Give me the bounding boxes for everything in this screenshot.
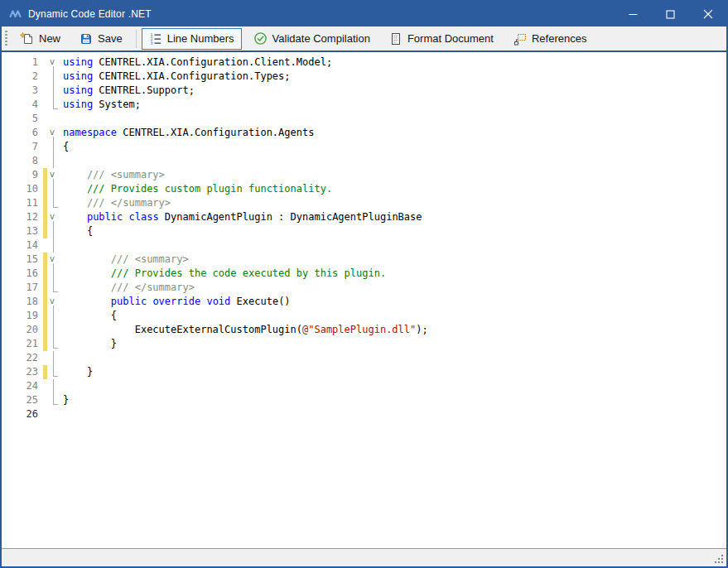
resize-grip-icon[interactable] xyxy=(714,554,724,564)
fold-collapse-chevron-icon[interactable]: v xyxy=(50,211,55,223)
line-number: 1 xyxy=(2,55,41,70)
maximize-button[interactable] xyxy=(652,2,689,26)
fold-margin[interactable] xyxy=(47,281,60,295)
fold-margin[interactable] xyxy=(47,196,60,210)
fold-margin[interactable] xyxy=(47,351,60,365)
line-numbers-label: Line Numbers xyxy=(167,32,234,45)
line-number: 20 xyxy=(2,323,41,337)
line-number: 19 xyxy=(2,309,41,323)
fold-collapse-chevron-icon[interactable]: v xyxy=(50,56,55,68)
fold-collapse-chevron-icon[interactable]: v xyxy=(50,127,55,138)
code-text[interactable]: using CENTREL.XIA.Configuration.Client.M… xyxy=(60,55,332,70)
fold-margin[interactable] xyxy=(47,182,60,196)
fold-margin[interactable] xyxy=(47,98,60,112)
close-button[interactable] xyxy=(689,2,726,26)
app-window: Dynamic Code Editor .NET New xyxy=(0,0,728,568)
line-number: 18 xyxy=(2,295,41,309)
code-text[interactable] xyxy=(60,379,63,393)
close-icon xyxy=(703,9,713,19)
code-text[interactable]: /// Provides custom plugin functionality… xyxy=(60,182,332,196)
validate-compilation-label: Validate Compilation xyxy=(272,32,370,45)
fold-margin[interactable]: v xyxy=(47,253,60,267)
fold-margin[interactable] xyxy=(47,323,60,337)
code-text[interactable]: { xyxy=(60,224,93,238)
fold-margin[interactable] xyxy=(47,238,60,253)
maximize-icon xyxy=(666,10,675,19)
line-number: 6 xyxy=(2,126,41,140)
save-button-label: Save xyxy=(98,32,123,45)
minimize-button[interactable] xyxy=(615,2,652,26)
fold-margin[interactable] xyxy=(47,154,60,168)
code-text[interactable]: public override void Execute() xyxy=(60,295,291,309)
fold-margin[interactable] xyxy=(47,407,60,421)
code-text[interactable] xyxy=(60,407,63,421)
line-numbers-toggle[interactable]: 1 2 3 Line Numbers xyxy=(142,28,242,50)
fold-margin[interactable] xyxy=(47,393,60,407)
fold-margin[interactable] xyxy=(47,224,60,238)
code-text[interactable]: namespace CENTREL.XIA.Configuration.Agen… xyxy=(60,126,314,140)
line-number: 8 xyxy=(2,154,41,168)
line-number: 9 xyxy=(2,168,41,182)
references-button[interactable]: References xyxy=(505,28,594,50)
fold-collapse-chevron-icon[interactable]: v xyxy=(50,253,55,265)
references-label: References xyxy=(532,32,586,45)
code-line: 16 /// Provides the code executed by thi… xyxy=(2,267,726,281)
code-text[interactable] xyxy=(60,154,63,168)
new-document-icon xyxy=(20,32,34,46)
code-editor[interactable]: 1 v using CENTREL.XIA.Configuration.Clie… xyxy=(2,52,726,548)
code-line: 18 v public override void Execute() xyxy=(2,295,726,309)
fold-margin[interactable]: v xyxy=(47,168,60,182)
code-text[interactable] xyxy=(60,112,63,126)
code-text[interactable]: } xyxy=(60,393,69,407)
code-text[interactable]: ExecuteExternalCustomPlugin(@"SamplePlug… xyxy=(60,323,428,337)
fold-margin[interactable] xyxy=(47,267,60,281)
save-button[interactable]: Save xyxy=(72,28,130,50)
validate-compilation-button[interactable]: Validate Compilation xyxy=(246,28,378,50)
code-line: 25 } xyxy=(2,393,726,407)
code-text[interactable]: /// </summary> xyxy=(60,196,171,210)
code-text[interactable]: } xyxy=(60,365,93,379)
code-text[interactable] xyxy=(60,238,63,253)
code-text[interactable] xyxy=(60,351,63,365)
fold-margin[interactable] xyxy=(47,140,60,154)
code-text[interactable]: /// </summary> xyxy=(60,281,195,295)
code-text[interactable]: using System; xyxy=(60,98,141,112)
fold-collapse-chevron-icon[interactable]: v xyxy=(50,169,55,181)
code-text[interactable]: public class DynamicAgentPlugin : Dynami… xyxy=(60,210,422,224)
toolbar: New Save 1 2 3 Line Numbers xyxy=(2,26,726,52)
code-text[interactable]: { xyxy=(60,140,69,154)
fold-margin[interactable] xyxy=(47,337,60,351)
code-text[interactable]: /// Provides the code executed by this p… xyxy=(60,267,386,281)
code-text[interactable]: /// <summary> xyxy=(60,168,165,182)
code-line: 6 v namespace CENTREL.XIA.Configuration.… xyxy=(2,126,726,140)
code-line: 2 using CENTREL.XIA.Configuration.Types; xyxy=(2,70,726,84)
line-number: 13 xyxy=(2,224,41,238)
line-number: 11 xyxy=(2,196,41,210)
code-line: 11 /// </summary> xyxy=(2,196,726,210)
fold-margin[interactable]: v xyxy=(47,126,60,140)
toolbar-grip[interactable] xyxy=(5,31,7,47)
fold-margin[interactable] xyxy=(47,84,60,98)
code-text[interactable]: /// <summary> xyxy=(60,253,189,267)
code-text[interactable]: } xyxy=(60,337,117,351)
fold-margin[interactable] xyxy=(47,379,60,393)
code-text[interactable]: using CENTREL.XIA.Configuration.Types; xyxy=(60,70,291,84)
format-document-button[interactable]: Format Document xyxy=(382,28,501,50)
fold-margin[interactable]: v xyxy=(47,295,60,309)
app-logo-wave-icon xyxy=(9,8,22,20)
code-line: 22 xyxy=(2,351,726,365)
line-number: 25 xyxy=(2,393,41,407)
fold-collapse-chevron-icon[interactable]: v xyxy=(50,296,55,307)
fold-margin[interactable] xyxy=(47,112,60,126)
code-line: 7 { xyxy=(2,140,726,154)
code-text[interactable]: { xyxy=(60,309,117,323)
fold-margin[interactable]: v xyxy=(47,55,60,70)
fold-margin[interactable] xyxy=(47,309,60,323)
new-button[interactable]: New xyxy=(12,28,68,50)
code-text[interactable]: using CENTREL.Support; xyxy=(60,84,195,98)
fold-margin[interactable] xyxy=(47,365,60,379)
line-number: 4 xyxy=(2,98,41,112)
fold-margin[interactable]: v xyxy=(47,210,60,224)
fold-margin[interactable] xyxy=(47,70,60,84)
code-line: 9 v /// <summary> xyxy=(2,168,726,182)
